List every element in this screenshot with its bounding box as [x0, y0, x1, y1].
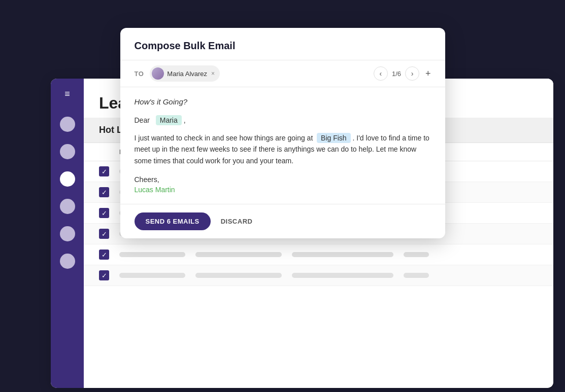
close-icon[interactable]: ×: [211, 70, 215, 77]
modal-footer: SEND 6 EMAILS DISCARD: [120, 204, 445, 238]
company-highlight: Big Fish: [317, 133, 351, 143]
avatar-image: [152, 67, 164, 80]
add-icon[interactable]: +: [425, 68, 431, 79]
discard-button[interactable]: DISCARD: [221, 218, 253, 225]
avatar: [152, 67, 164, 80]
pagination-prev-button[interactable]: ‹: [374, 66, 388, 81]
compose-email-modal: Compose Bulk Email TO Maria Alvarez × ‹ …: [120, 28, 445, 238]
modal-header: Compose Bulk Email: [120, 28, 445, 60]
email-body-text: I just wanted to check in and see how th…: [135, 132, 431, 166]
pagination: ‹ 1/6 › +: [374, 66, 431, 81]
email-closing: Cheers,: [135, 175, 431, 184]
modal-to-row: TO Maria Alvarez × ‹ 1/6 › +: [120, 60, 445, 87]
pagination-info: 1/6: [392, 70, 401, 78]
email-sender: Lucas Martin: [135, 186, 431, 194]
modal-body: How's it Going? Dear Maria , I just want…: [120, 87, 445, 204]
email-subject: How's it Going?: [135, 97, 431, 106]
to-label: TO: [135, 70, 144, 78]
name-highlight: Maria: [156, 115, 182, 125]
modal-overlay: Compose Bulk Email TO Maria Alvarez × ‹ …: [0, 0, 565, 392]
recipient-chip[interactable]: Maria Alvarez ×: [150, 65, 220, 82]
pagination-next-button[interactable]: ›: [405, 66, 419, 81]
email-salutation: Dear Maria ,: [135, 115, 431, 125]
recipient-name: Maria Alvarez: [167, 70, 207, 78]
modal-title: Compose Bulk Email: [135, 40, 431, 52]
send-emails-button[interactable]: SEND 6 EMAILS: [135, 212, 211, 230]
